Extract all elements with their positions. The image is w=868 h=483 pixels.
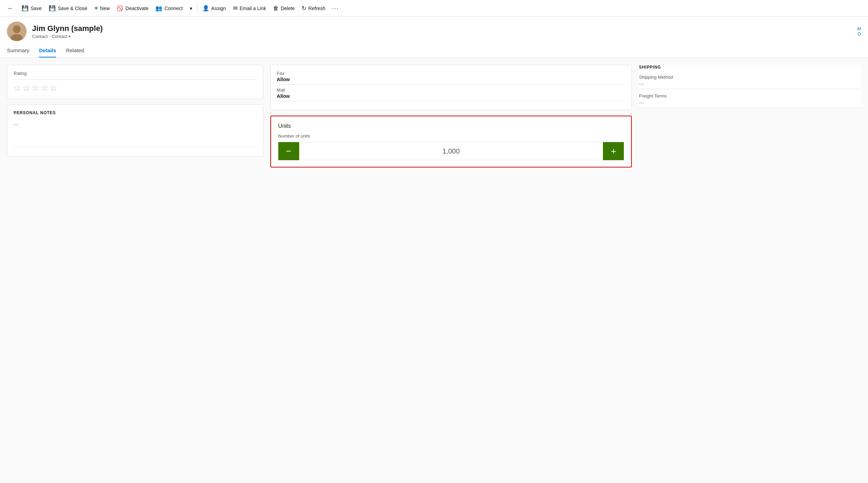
more-options-button[interactable]: ⋯ — [329, 4, 341, 13]
delete-icon: 🗑 — [273, 5, 279, 11]
svg-point-1 — [13, 25, 21, 33]
star-5[interactable]: ☆ — [50, 83, 57, 93]
content-area: Rating ☆ ☆ ☆ ☆ ☆ PERSONAL NOTES --- Fax … — [0, 58, 868, 483]
star-2[interactable]: ☆ — [23, 83, 30, 93]
units-card-wrapper: Units Number of units − 1,000 + — [270, 116, 632, 168]
assign-icon: 👤 — [202, 5, 209, 11]
rating-card: Rating ☆ ☆ ☆ ☆ ☆ — [7, 65, 263, 99]
delete-button[interactable]: 🗑 Delete — [270, 0, 298, 16]
star-4[interactable]: ☆ — [41, 83, 48, 93]
contact-details-card: Fax Allow Mail Allow — [270, 65, 632, 110]
record-name: Jim Glynn (sample) — [32, 24, 852, 33]
top-right-info: M O — [857, 26, 861, 37]
shipping-method-value[interactable]: --- — [639, 81, 861, 89]
back-button[interactable]: ← — [4, 0, 17, 16]
avatar-svg — [7, 22, 26, 41]
tab-details[interactable]: Details — [39, 45, 56, 57]
personal-notes-card: PERSONAL NOTES --- — [7, 104, 263, 156]
rating-label: Rating — [14, 71, 257, 76]
units-card: Units Number of units − 1,000 + — [272, 117, 631, 166]
units-value[interactable]: 1,000 — [299, 142, 603, 160]
freight-terms-value[interactable]: --- — [639, 100, 861, 108]
units-plus-button[interactable]: + — [603, 142, 624, 160]
record-subtitle: Contact · Contact ▾ — [32, 34, 852, 39]
freight-terms-label: Freight Terms — [639, 93, 861, 99]
connect-dropdown-button[interactable]: ▾ — [186, 0, 196, 16]
connect-icon: 👥 — [155, 5, 162, 11]
mail-field: Mail Allow — [277, 87, 626, 101]
fax-label: Fax — [277, 71, 626, 76]
record-type2[interactable]: Contact — [52, 34, 67, 39]
shipping-method-label: Shipping Method — [639, 75, 861, 80]
fax-value[interactable]: Allow — [277, 77, 626, 85]
shipping-card: SHIPPING Shipping Method --- Freight Ter… — [639, 65, 861, 108]
record-type1[interactable]: Contact — [32, 34, 48, 39]
subtitle-dot: · — [49, 34, 51, 39]
avatar — [7, 22, 26, 41]
star-3[interactable]: ☆ — [32, 83, 39, 93]
toolbar: ← 💾 Save 💾 Save & Close + New 🚫 Deactiva… — [0, 0, 868, 17]
personal-notes-title: PERSONAL NOTES — [14, 110, 257, 115]
refresh-icon: ↻ — [302, 5, 306, 11]
tab-related[interactable]: Related — [66, 45, 84, 57]
connect-button[interactable]: 👥 Connect — [152, 0, 186, 16]
units-field-label: Number of units — [278, 133, 624, 139]
save-icon: 💾 — [22, 5, 29, 11]
mail-value[interactable]: Allow — [277, 93, 626, 101]
left-column: Rating ☆ ☆ ☆ ☆ ☆ PERSONAL NOTES --- — [7, 65, 263, 478]
record-type-chevron[interactable]: ▾ — [69, 34, 71, 39]
deactivate-button[interactable]: 🚫 Deactivate — [113, 0, 152, 16]
save-close-button[interactable]: 💾 Save & Close — [45, 0, 91, 16]
plus-icon: + — [611, 146, 616, 157]
middle-column: Fax Allow Mail Allow Units Number of uni… — [263, 65, 639, 478]
mail-label: Mail — [277, 87, 626, 93]
personal-notes-value: --- — [14, 119, 257, 129]
units-title: Units — [278, 123, 624, 129]
units-minus-button[interactable]: − — [278, 142, 299, 160]
save-close-icon: 💾 — [49, 5, 56, 11]
tabs: Summary Details Related — [0, 45, 868, 58]
fax-field: Fax Allow — [277, 71, 626, 85]
email-link-button[interactable]: ✉ Email a Link — [230, 0, 270, 16]
right-column: SHIPPING Shipping Method --- Freight Ter… — [639, 65, 861, 478]
new-button[interactable]: + New — [91, 0, 114, 16]
rating-stars[interactable]: ☆ ☆ ☆ ☆ ☆ — [14, 83, 257, 93]
units-controls: − 1,000 + — [278, 142, 624, 160]
chevron-down-icon: ▾ — [190, 6, 192, 11]
back-icon: ← — [7, 4, 14, 12]
record-header: Jim Glynn (sample) Contact · Contact ▾ M… — [0, 17, 868, 41]
star-1[interactable]: ☆ — [14, 83, 21, 93]
tab-summary[interactable]: Summary — [7, 45, 29, 57]
new-icon: + — [94, 5, 98, 12]
minus-icon: − — [286, 146, 291, 157]
avatar-image — [7, 22, 26, 41]
email-link-icon: ✉ — [233, 5, 238, 11]
top-right-line2: O — [858, 31, 861, 37]
shipping-method-field: Shipping Method --- — [639, 75, 861, 89]
toolbar-divider — [197, 4, 197, 13]
shipping-title: SHIPPING — [639, 65, 861, 70]
deactivate-icon: 🚫 — [117, 5, 123, 11]
save-button[interactable]: 💾 Save — [18, 0, 45, 16]
freight-terms-field: Freight Terms --- — [639, 93, 861, 108]
top-right-line1: M — [857, 26, 861, 31]
record-title-area: Jim Glynn (sample) Contact · Contact ▾ — [32, 24, 852, 39]
refresh-button[interactable]: ↻ Refresh — [298, 0, 329, 16]
assign-button[interactable]: 👤 Assign — [199, 0, 230, 16]
